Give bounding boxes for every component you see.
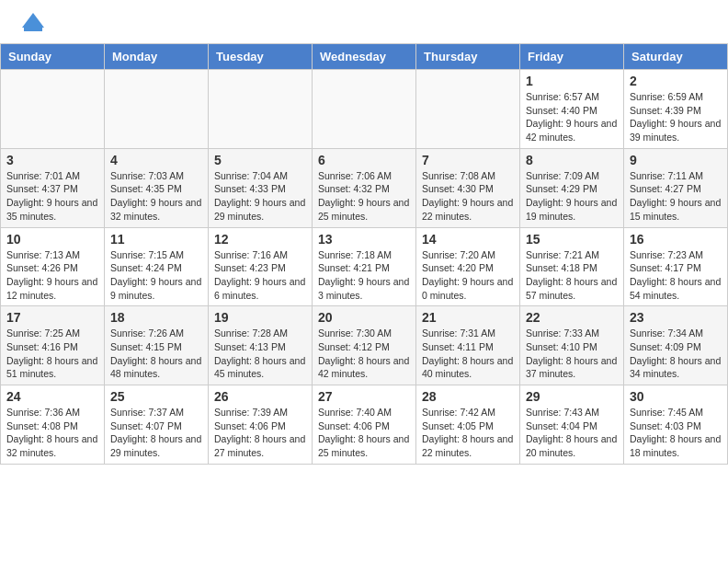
day-number: 24 xyxy=(6,389,98,404)
calendar-week-row: 1Sunrise: 6:57 AM Sunset: 4:40 PM Daylig… xyxy=(1,70,728,149)
day-number: 4 xyxy=(110,153,202,167)
calendar-cell: 23Sunrise: 7:34 AM Sunset: 4:09 PM Dayli… xyxy=(624,306,728,385)
calendar-cell: 26Sunrise: 7:39 AM Sunset: 4:06 PM Dayli… xyxy=(209,385,313,465)
day-number: 22 xyxy=(526,310,618,325)
day-header-friday: Friday xyxy=(520,44,624,70)
logo-icon xyxy=(18,9,48,39)
calendar-week-row: 24Sunrise: 7:36 AM Sunset: 4:08 PM Dayli… xyxy=(1,385,728,465)
calendar-cell: 16Sunrise: 7:23 AM Sunset: 4:17 PM Dayli… xyxy=(624,227,728,306)
day-number: 13 xyxy=(318,232,410,247)
calendar-cell: 17Sunrise: 7:25 AM Sunset: 4:16 PM Dayli… xyxy=(1,306,105,385)
calendar-week-row: 17Sunrise: 7:25 AM Sunset: 4:16 PM Dayli… xyxy=(1,306,728,385)
day-info: Sunrise: 7:45 AM Sunset: 4:03 PM Dayligh… xyxy=(630,406,722,460)
calendar-week-row: 10Sunrise: 7:13 AM Sunset: 4:26 PM Dayli… xyxy=(1,227,728,306)
day-number: 28 xyxy=(422,389,514,404)
day-number: 30 xyxy=(630,389,722,404)
day-info: Sunrise: 7:18 AM Sunset: 4:21 PM Dayligh… xyxy=(318,248,410,303)
day-number: 15 xyxy=(526,232,618,247)
day-number: 29 xyxy=(526,389,618,404)
day-info: Sunrise: 7:03 AM Sunset: 4:35 PM Dayligh… xyxy=(110,169,202,224)
calendar-cell: 4Sunrise: 7:03 AM Sunset: 4:35 PM Daylig… xyxy=(105,148,209,227)
calendar-cell: 19Sunrise: 7:28 AM Sunset: 4:13 PM Dayli… xyxy=(209,306,313,385)
day-header-monday: Monday xyxy=(105,44,209,70)
day-number: 12 xyxy=(214,232,306,247)
calendar-cell: 15Sunrise: 7:21 AM Sunset: 4:18 PM Dayli… xyxy=(520,227,624,306)
calendar-cell: 8Sunrise: 7:09 AM Sunset: 4:29 PM Daylig… xyxy=(520,148,624,227)
day-number: 8 xyxy=(526,153,618,167)
svg-rect-1 xyxy=(24,28,42,31)
day-info: Sunrise: 7:23 AM Sunset: 4:17 PM Dayligh… xyxy=(630,248,722,303)
calendar-cell: 20Sunrise: 7:30 AM Sunset: 4:12 PM Dayli… xyxy=(313,306,416,385)
day-info: Sunrise: 7:34 AM Sunset: 4:09 PM Dayligh… xyxy=(630,327,722,381)
day-number: 23 xyxy=(630,310,722,325)
page-header xyxy=(0,0,728,43)
calendar-week-row: 3Sunrise: 7:01 AM Sunset: 4:37 PM Daylig… xyxy=(1,148,728,227)
day-info: Sunrise: 7:36 AM Sunset: 4:08 PM Dayligh… xyxy=(6,406,98,460)
calendar-cell xyxy=(105,70,209,149)
calendar-cell xyxy=(416,70,520,149)
day-info: Sunrise: 7:08 AM Sunset: 4:30 PM Dayligh… xyxy=(422,169,514,224)
calendar-cell: 13Sunrise: 7:18 AM Sunset: 4:21 PM Dayli… xyxy=(313,227,416,306)
day-number: 16 xyxy=(630,232,722,247)
day-info: Sunrise: 7:11 AM Sunset: 4:27 PM Dayligh… xyxy=(630,169,722,224)
calendar-cell: 12Sunrise: 7:16 AM Sunset: 4:23 PM Dayli… xyxy=(209,227,313,306)
day-info: Sunrise: 7:16 AM Sunset: 4:23 PM Dayligh… xyxy=(214,248,306,303)
day-info: Sunrise: 7:21 AM Sunset: 4:18 PM Dayligh… xyxy=(526,248,618,303)
calendar-cell: 21Sunrise: 7:31 AM Sunset: 4:11 PM Dayli… xyxy=(416,306,520,385)
day-info: Sunrise: 7:13 AM Sunset: 4:26 PM Dayligh… xyxy=(6,248,98,303)
calendar-cell: 2Sunrise: 6:59 AM Sunset: 4:39 PM Daylig… xyxy=(624,70,728,149)
svg-marker-0 xyxy=(22,13,44,28)
day-number: 14 xyxy=(422,232,514,247)
calendar-cell xyxy=(209,70,313,149)
calendar-cell: 11Sunrise: 7:15 AM Sunset: 4:24 PM Dayli… xyxy=(105,227,209,306)
day-header-tuesday: Tuesday xyxy=(209,44,313,70)
calendar-cell: 27Sunrise: 7:40 AM Sunset: 4:06 PM Dayli… xyxy=(313,385,416,465)
day-info: Sunrise: 7:33 AM Sunset: 4:10 PM Dayligh… xyxy=(526,327,618,381)
day-number: 25 xyxy=(110,389,202,404)
day-info: Sunrise: 7:40 AM Sunset: 4:06 PM Dayligh… xyxy=(318,406,410,460)
day-number: 3 xyxy=(6,153,98,167)
calendar-header-row: SundayMondayTuesdayWednesdayThursdayFrid… xyxy=(1,44,728,70)
calendar-cell: 18Sunrise: 7:26 AM Sunset: 4:15 PM Dayli… xyxy=(105,306,209,385)
calendar-cell: 28Sunrise: 7:42 AM Sunset: 4:05 PM Dayli… xyxy=(416,385,520,465)
day-number: 19 xyxy=(214,310,306,325)
day-info: Sunrise: 7:15 AM Sunset: 4:24 PM Dayligh… xyxy=(110,248,202,303)
day-number: 6 xyxy=(318,153,410,167)
day-number: 10 xyxy=(6,232,98,247)
day-number: 1 xyxy=(526,74,618,88)
calendar-cell: 24Sunrise: 7:36 AM Sunset: 4:08 PM Dayli… xyxy=(1,385,105,465)
day-header-sunday: Sunday xyxy=(1,44,105,70)
day-info: Sunrise: 7:37 AM Sunset: 4:07 PM Dayligh… xyxy=(110,406,202,460)
calendar-cell: 6Sunrise: 7:06 AM Sunset: 4:32 PM Daylig… xyxy=(313,148,416,227)
day-info: Sunrise: 7:09 AM Sunset: 4:29 PM Dayligh… xyxy=(526,169,618,224)
day-number: 7 xyxy=(422,153,514,167)
day-number: 17 xyxy=(6,310,98,325)
day-number: 5 xyxy=(214,153,306,167)
day-header-thursday: Thursday xyxy=(416,44,520,70)
day-info: Sunrise: 7:25 AM Sunset: 4:16 PM Dayligh… xyxy=(6,327,98,381)
calendar-cell: 22Sunrise: 7:33 AM Sunset: 4:10 PM Dayli… xyxy=(520,306,624,385)
calendar-cell: 1Sunrise: 6:57 AM Sunset: 4:40 PM Daylig… xyxy=(520,70,624,149)
calendar-cell: 29Sunrise: 7:43 AM Sunset: 4:04 PM Dayli… xyxy=(520,385,624,465)
day-header-saturday: Saturday xyxy=(624,44,728,70)
day-number: 9 xyxy=(630,153,722,167)
calendar-cell: 10Sunrise: 7:13 AM Sunset: 4:26 PM Dayli… xyxy=(1,227,105,306)
calendar-table: SundayMondayTuesdayWednesdayThursdayFrid… xyxy=(0,43,728,465)
day-info: Sunrise: 7:26 AM Sunset: 4:15 PM Dayligh… xyxy=(110,327,202,381)
day-number: 21 xyxy=(422,310,514,325)
day-info: Sunrise: 7:28 AM Sunset: 4:13 PM Dayligh… xyxy=(214,327,306,381)
day-info: Sunrise: 7:42 AM Sunset: 4:05 PM Dayligh… xyxy=(422,406,514,460)
day-number: 20 xyxy=(318,310,410,325)
calendar-cell: 5Sunrise: 7:04 AM Sunset: 4:33 PM Daylig… xyxy=(209,148,313,227)
day-number: 2 xyxy=(630,74,722,88)
calendar-cell: 25Sunrise: 7:37 AM Sunset: 4:07 PM Dayli… xyxy=(105,385,209,465)
day-number: 18 xyxy=(110,310,202,325)
day-number: 27 xyxy=(318,389,410,404)
calendar-cell: 14Sunrise: 7:20 AM Sunset: 4:20 PM Dayli… xyxy=(416,227,520,306)
day-info: Sunrise: 7:30 AM Sunset: 4:12 PM Dayligh… xyxy=(318,327,410,381)
day-info: Sunrise: 7:43 AM Sunset: 4:04 PM Dayligh… xyxy=(526,406,618,460)
day-header-wednesday: Wednesday xyxy=(313,44,416,70)
day-info: Sunrise: 7:01 AM Sunset: 4:37 PM Dayligh… xyxy=(6,169,98,224)
day-info: Sunrise: 7:06 AM Sunset: 4:32 PM Dayligh… xyxy=(318,169,410,224)
day-info: Sunrise: 7:04 AM Sunset: 4:33 PM Dayligh… xyxy=(214,169,306,224)
